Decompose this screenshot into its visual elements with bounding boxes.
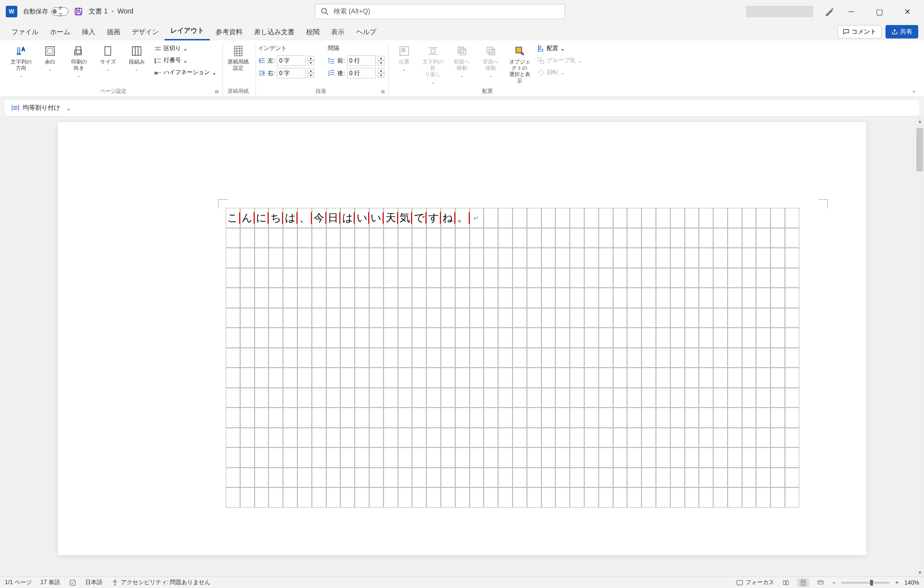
genko-cell[interactable] (770, 487, 785, 508)
genko-cell[interactable] (240, 228, 255, 248)
genko-cell[interactable] (484, 228, 498, 248)
genko-cell[interactable] (426, 447, 441, 468)
genko-cell[interactable] (255, 228, 269, 248)
genko-cell[interactable] (627, 447, 642, 468)
genko-cell[interactable] (642, 388, 656, 408)
genko-cell[interactable] (656, 368, 670, 388)
genko-cell[interactable] (656, 388, 670, 408)
genko-cell[interactable] (269, 408, 283, 428)
genko-cell[interactable] (355, 308, 369, 328)
genko-cell[interactable] (513, 468, 527, 488)
genko-cell[interactable] (340, 487, 355, 508)
genko-cell[interactable] (555, 447, 570, 468)
genko-cell[interactable] (699, 428, 713, 448)
genko-cell[interactable] (412, 248, 426, 268)
genko-cell[interactable] (470, 248, 484, 268)
genko-cell[interactable] (398, 228, 412, 248)
genko-cell[interactable] (584, 248, 599, 268)
genko-cell[interactable] (555, 268, 570, 288)
genko-cell[interactable] (699, 447, 713, 468)
genko-cell[interactable] (699, 468, 713, 488)
genko-cell[interactable] (355, 268, 369, 288)
genko-cell[interactable] (785, 487, 799, 508)
genko-cell[interactable] (355, 447, 369, 468)
genko-cell[interactable] (785, 308, 799, 328)
genko-cell[interactable] (384, 308, 398, 328)
genko-cell[interactable] (527, 288, 541, 308)
genko-cell[interactable] (728, 288, 742, 308)
genko-cell[interactable] (384, 228, 398, 248)
share-button[interactable]: 共有 (886, 25, 918, 38)
genko-cell[interactable] (297, 487, 312, 508)
genko-cell[interactable] (685, 248, 699, 268)
genko-cell[interactable] (599, 328, 613, 348)
genko-cell[interactable] (728, 348, 742, 368)
genko-cell[interactable] (742, 368, 757, 388)
genko-cell[interactable] (255, 468, 269, 488)
genko-cell[interactable] (283, 408, 297, 428)
genko-cell[interactable] (513, 268, 527, 288)
zoom-level[interactable]: 140% (904, 579, 919, 586)
genko-cell[interactable] (455, 468, 470, 488)
genko-cell[interactable] (670, 228, 685, 248)
genko-cell[interactable] (584, 208, 599, 228)
genko-cell[interactable] (670, 447, 685, 468)
genko-cell[interactable] (283, 268, 297, 288)
genko-cell[interactable] (226, 368, 240, 388)
genko-cell[interactable] (297, 228, 312, 248)
genko-cell[interactable] (541, 288, 556, 308)
genko-cell[interactable] (226, 308, 240, 328)
genko-cell[interactable] (340, 308, 355, 328)
genko-cell[interactable] (498, 388, 513, 408)
genko-cell[interactable] (226, 447, 240, 468)
genko-cell[interactable] (541, 268, 556, 288)
genko-cell[interactable] (355, 388, 369, 408)
paragraph-launcher[interactable]: ⧉ (381, 89, 385, 95)
genko-cell[interactable] (555, 428, 570, 448)
genko-cell[interactable] (541, 408, 556, 428)
genko-cell[interactable] (369, 288, 384, 308)
genko-cell[interactable] (713, 228, 728, 248)
genko-cell[interactable] (627, 428, 642, 448)
genko-cell[interactable] (527, 447, 541, 468)
genko-cell[interactable] (340, 228, 355, 248)
genko-cell[interactable] (599, 288, 613, 308)
tab-描画[interactable]: 描画 (101, 24, 126, 40)
qat-dropdown[interactable]: ⌄ (66, 104, 71, 112)
genko-cell[interactable] (255, 348, 269, 368)
genko-cell[interactable] (412, 268, 426, 288)
genko-cell[interactable] (584, 408, 599, 428)
genko-cell[interactable] (756, 408, 770, 428)
genko-cell[interactable] (770, 228, 785, 248)
close-button[interactable]: ✕ (896, 4, 918, 19)
genko-cell[interactable] (699, 228, 713, 248)
genko-cell[interactable] (642, 288, 656, 308)
genko-cell[interactable]: は (340, 208, 355, 228)
genko-cell[interactable] (513, 328, 527, 348)
genko-cell[interactable] (412, 368, 426, 388)
print-layout-button[interactable] (797, 578, 809, 587)
genko-cell[interactable] (685, 288, 699, 308)
accessibility-status[interactable]: アクセシビリティ: 問題ありません (111, 578, 211, 587)
genko-cell[interactable] (355, 408, 369, 428)
genko-cell[interactable] (584, 308, 599, 328)
genko-cell[interactable] (513, 308, 527, 328)
genko-cell[interactable] (455, 268, 470, 288)
genko-cell[interactable] (226, 328, 240, 348)
genko-cell[interactable] (269, 348, 283, 368)
genko-cell[interactable] (398, 447, 412, 468)
genko-cell[interactable] (426, 288, 441, 308)
genko-cell[interactable] (226, 428, 240, 448)
genko-cell[interactable] (770, 468, 785, 488)
genko-cell[interactable] (355, 288, 369, 308)
genko-cell[interactable] (685, 468, 699, 488)
genko-cell[interactable] (527, 228, 541, 248)
genko-cell[interactable] (785, 447, 799, 468)
pen-icon[interactable] (825, 7, 834, 16)
genko-cell[interactable] (240, 487, 255, 508)
genko-cell[interactable]: 気 (398, 208, 412, 228)
genko-cell[interactable] (297, 268, 312, 288)
genko-cell[interactable]: 。 (455, 208, 470, 228)
genko-cell[interactable] (728, 248, 742, 268)
genko-cell[interactable] (785, 388, 799, 408)
